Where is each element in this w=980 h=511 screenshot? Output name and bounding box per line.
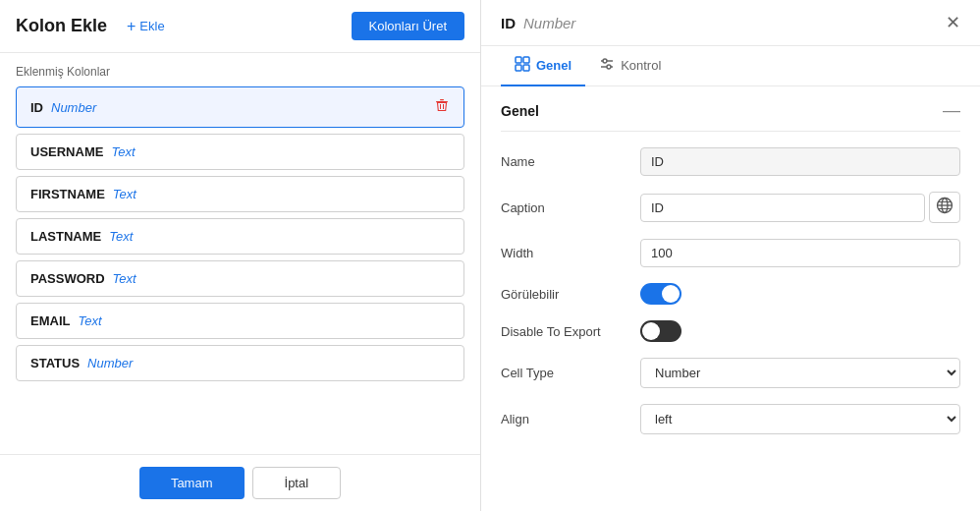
genel-tab-icon — [515, 56, 530, 75]
column-name: USERNAME — [30, 144, 103, 159]
section-label: Eklenmiş Kolonlar — [16, 65, 464, 79]
section-header: Genel — — [501, 86, 960, 132]
caption-row: Caption — [501, 184, 960, 231]
column-type: Number — [51, 100, 96, 115]
gorulbilir-row: Görülebilir — [501, 275, 960, 312]
cell-type-row: Cell Type Number Text Date Boolean — [501, 350, 960, 396]
add-button[interactable]: + Ekle — [119, 14, 173, 39]
collapse-icon[interactable]: — — [943, 100, 960, 121]
column-type: Text — [113, 187, 136, 201]
column-row[interactable]: USERNAMEText — [16, 134, 464, 170]
svg-point-10 — [603, 59, 607, 63]
column-row[interactable]: EMAILText — [16, 303, 464, 339]
disable-export-toggle-container — [640, 320, 960, 342]
cell-type-label: Cell Type — [501, 366, 628, 380]
add-label: Ekle — [139, 19, 164, 33]
left-panel: Kolon Ekle + Ekle Kolonları Üret Eklenmi… — [0, 0, 481, 511]
disable-export-toggle[interactable] — [640, 320, 681, 342]
section-header-title: Genel — [501, 103, 539, 119]
left-header: Kolon Ekle + Ekle Kolonları Üret — [0, 0, 480, 53]
svg-rect-4 — [516, 57, 521, 63]
name-input[interactable] — [640, 147, 960, 176]
svg-rect-1 — [440, 99, 444, 100]
svg-rect-6 — [516, 65, 521, 71]
left-footer: Tamam İptal — [0, 454, 480, 511]
right-header-type: Number — [523, 15, 575, 31]
gorulbilir-toggle[interactable] — [640, 283, 681, 305]
caption-input[interactable] — [640, 194, 925, 222]
iptal-button[interactable]: İptal — [252, 467, 342, 499]
plus-icon: + — [127, 18, 136, 35]
tabs-bar: Genel Kontrol — [481, 46, 980, 86]
column-type: Number — [87, 356, 133, 370]
column-row[interactable]: PASSWORDText — [16, 260, 464, 297]
column-name: FIRSTNAME — [30, 187, 105, 201]
column-type: Text — [109, 229, 133, 244]
cell-type-value-container: Number Text Date Boolean — [640, 358, 960, 388]
column-name: PASSWORD — [30, 271, 105, 286]
column-row[interactable]: LASTNAMEText — [16, 218, 464, 255]
align-row: Align left center right — [501, 396, 960, 442]
column-row[interactable]: FIRSTNAMEText — [16, 176, 464, 212]
width-row: Width — [501, 231, 960, 275]
kontrol-tab-icon — [599, 56, 615, 75]
name-value-container — [640, 147, 960, 176]
right-panel: ID Number ✕ Genel — [481, 0, 980, 511]
tab-genel[interactable]: Genel — [501, 46, 585, 86]
align-label: Align — [501, 412, 628, 426]
tab-kontrol[interactable]: Kontrol — [585, 46, 675, 86]
column-name: STATUS — [30, 356, 80, 370]
column-type: Text — [111, 144, 135, 159]
column-name: ID — [30, 100, 43, 115]
translate-button[interactable] — [929, 192, 960, 223]
name-label: Name — [501, 154, 628, 169]
right-header-id: ID — [501, 15, 516, 31]
width-label: Width — [501, 246, 628, 260]
delete-column-button[interactable] — [434, 97, 450, 117]
tab-genel-label: Genel — [536, 58, 572, 73]
right-header: ID Number ✕ — [481, 0, 980, 46]
align-value-container: left center right — [640, 404, 960, 434]
caption-value-container — [640, 192, 960, 223]
column-type: Text — [113, 271, 136, 286]
gorulbilir-label: Görülebilir — [501, 287, 628, 302]
svg-rect-7 — [523, 65, 529, 71]
cell-type-select[interactable]: Number Text Date Boolean — [640, 358, 960, 388]
svg-rect-5 — [523, 57, 529, 63]
name-row: Name — [501, 140, 960, 184]
gorulbilir-toggle-container — [640, 283, 960, 305]
disable-export-label: Disable To Export — [501, 324, 628, 339]
tab-kontrol-label: Kontrol — [621, 58, 661, 73]
caption-label: Caption — [501, 200, 628, 215]
close-button[interactable]: ✕ — [946, 12, 960, 33]
column-row[interactable]: IDNumber — [16, 86, 464, 128]
generate-button[interactable]: Kolonları Üret — [352, 12, 464, 40]
width-input[interactable] — [640, 239, 960, 267]
columns-list-container: Eklenmiş Kolonlar IDNumberUSERNAMETextFI… — [0, 53, 480, 454]
svg-point-11 — [607, 65, 611, 69]
width-value-container — [640, 239, 960, 267]
column-name: EMAIL — [30, 313, 70, 328]
align-select[interactable]: left center right — [640, 404, 960, 434]
column-type: Text — [78, 313, 101, 328]
translate-icon — [936, 197, 953, 214]
disable-export-row: Disable To Export — [501, 312, 960, 350]
right-body: Genel — Name Caption — [481, 86, 980, 511]
column-name: LASTNAME — [30, 229, 101, 244]
column-row[interactable]: STATUSNumber — [16, 345, 464, 381]
page-title: Kolon Ekle — [16, 16, 107, 36]
tamam-button[interactable]: Tamam — [139, 467, 245, 499]
